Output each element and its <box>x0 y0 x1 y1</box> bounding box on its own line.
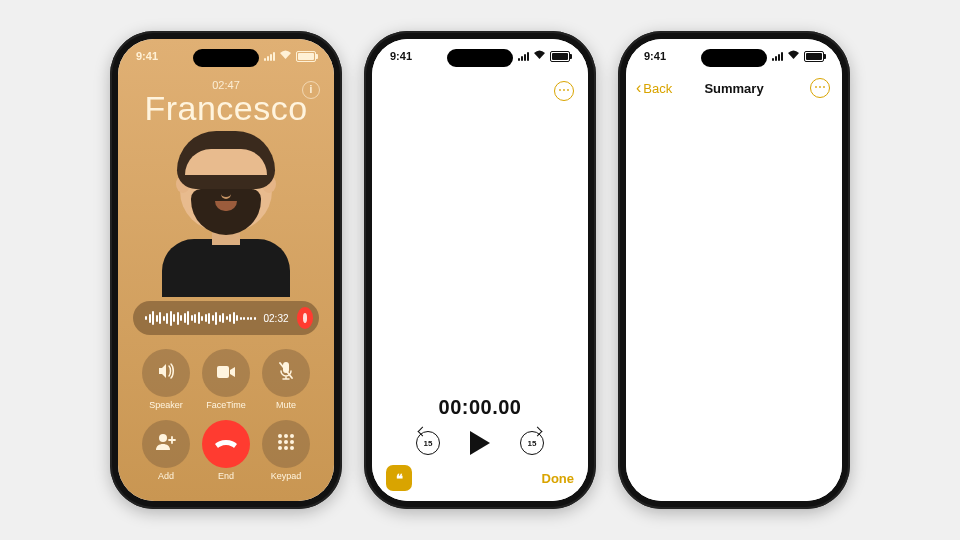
back-label: Back <box>643 81 672 96</box>
recording-pill[interactable]: 02:32 <box>133 301 319 335</box>
facetime-button[interactable]: FaceTime <box>202 349 250 410</box>
record-button[interactable] <box>297 307 313 329</box>
svg-point-4 <box>278 434 282 438</box>
waveform-icon <box>145 310 256 326</box>
call-timer: 02:47 <box>118 79 334 91</box>
dynamic-island <box>447 49 513 67</box>
svg-point-6 <box>290 434 294 438</box>
svg-point-11 <box>284 446 288 450</box>
signal-icon <box>264 52 275 61</box>
end-button[interactable]: End <box>202 420 250 481</box>
more-button[interactable]: ⋯ <box>554 81 574 101</box>
skip-back-button[interactable]: 15 <box>416 431 440 455</box>
audio-player: 00:00.00 15 15 <box>372 396 588 455</box>
svg-point-9 <box>290 440 294 444</box>
playback-time: 00:00.00 <box>372 396 588 419</box>
add-button[interactable]: Add <box>142 420 190 481</box>
svg-point-3 <box>159 434 167 442</box>
mute-label: Mute <box>276 400 296 410</box>
add-person-icon <box>155 433 177 456</box>
more-button[interactable]: ⋯ <box>810 78 830 98</box>
signal-icon <box>518 52 529 61</box>
speaker-button[interactable]: Speaker <box>142 349 190 410</box>
keypad-label: Keypad <box>271 471 302 481</box>
add-label: Add <box>158 471 174 481</box>
mute-button[interactable]: Mute <box>262 349 310 410</box>
nav-title: Summary <box>704 81 763 96</box>
phone-summary-screen: 9:41 ‹ Back Summary ⋯ Call with Francesc… <box>618 31 850 509</box>
svg-point-12 <box>290 446 294 450</box>
dynamic-island <box>701 49 767 67</box>
recording-time: 02:32 <box>264 313 289 324</box>
caller-name: Francesco <box>118 91 334 125</box>
phone-transcript-screen: 9:41 ⋯ Call with Francesco 9:41 AM 17:32… <box>364 31 596 509</box>
transcript-toggle-button[interactable]: ❝ <box>386 465 412 491</box>
phone-call-screen: 9:41 i 02:47 Francesco <box>110 31 342 509</box>
wifi-icon <box>279 50 292 62</box>
svg-rect-0 <box>217 366 229 378</box>
status-time: 9:41 <box>390 50 412 62</box>
svg-point-10 <box>278 446 282 450</box>
speaker-label: Speaker <box>149 400 183 410</box>
end-label: End <box>218 471 234 481</box>
back-button[interactable]: ‹ Back <box>636 80 672 96</box>
battery-icon <box>296 51 316 62</box>
signal-icon <box>772 52 783 61</box>
svg-point-8 <box>284 440 288 444</box>
play-button[interactable] <box>470 431 490 455</box>
wifi-icon <box>533 50 546 62</box>
dynamic-island <box>193 49 259 67</box>
battery-icon <box>550 51 570 62</box>
svg-point-7 <box>278 440 282 444</box>
keypad-button[interactable]: Keypad <box>262 420 310 481</box>
speaker-icon <box>156 361 176 386</box>
keypad-icon <box>277 433 295 456</box>
end-call-icon <box>214 433 238 455</box>
video-icon <box>216 362 236 384</box>
wifi-icon <box>787 50 800 62</box>
battery-icon <box>804 51 824 62</box>
done-button[interactable]: Done <box>542 471 575 486</box>
status-time: 9:41 <box>644 50 666 62</box>
svg-point-5 <box>284 434 288 438</box>
caller-avatar <box>159 135 293 293</box>
status-time: 9:41 <box>136 50 158 62</box>
mute-icon <box>278 361 294 386</box>
chevron-left-icon: ‹ <box>636 80 641 96</box>
skip-forward-button[interactable]: 15 <box>520 431 544 455</box>
facetime-label: FaceTime <box>206 400 246 410</box>
